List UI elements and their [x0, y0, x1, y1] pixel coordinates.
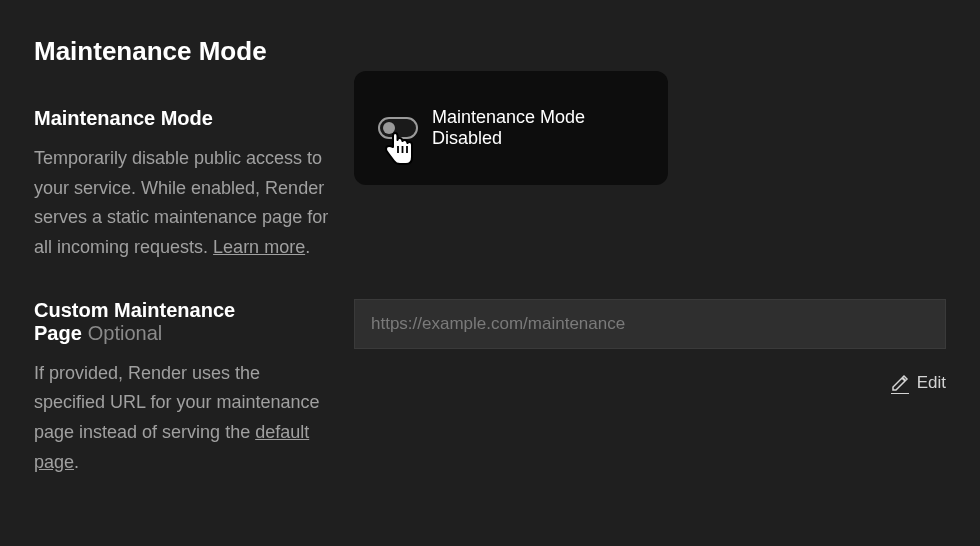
custom-page-description: If provided, Render uses the specified U…: [34, 359, 334, 478]
learn-more-link[interactable]: Learn more: [213, 237, 305, 257]
custom-page-url-input[interactable]: [354, 299, 946, 349]
maintenance-mode-info: Maintenance Mode Temporarily disable pub…: [34, 107, 334, 263]
page-title: Maintenance Mode: [34, 36, 946, 67]
maintenance-toggle-label: Maintenance Mode Disabled: [432, 107, 644, 149]
edit-button[interactable]: Edit: [891, 373, 946, 393]
maintenance-mode-description-suffix: .: [305, 237, 310, 257]
maintenance-mode-section: Maintenance Mode Temporarily disable pub…: [34, 107, 946, 263]
custom-page-control: Edit: [354, 299, 946, 393]
edit-row: Edit: [354, 373, 946, 393]
maintenance-toggle-switch[interactable]: [378, 117, 418, 139]
toggle-knob: [383, 122, 395, 134]
maintenance-toggle-card: Maintenance Mode Disabled: [354, 71, 668, 185]
custom-page-heading: Custom Maintenance PageOptional: [34, 299, 334, 345]
toggle-wrapper: [378, 117, 418, 139]
maintenance-mode-description: Temporarily disable public access to you…: [34, 144, 334, 263]
custom-page-info: Custom Maintenance PageOptional If provi…: [34, 299, 334, 478]
custom-page-section: Custom Maintenance PageOptional If provi…: [34, 299, 946, 478]
pencil-icon: [891, 374, 909, 392]
custom-page-description-suffix: .: [74, 452, 79, 472]
edit-button-label: Edit: [917, 373, 946, 393]
maintenance-mode-control: Maintenance Mode Disabled: [354, 107, 946, 185]
optional-badge: Optional: [88, 322, 163, 344]
maintenance-mode-heading: Maintenance Mode: [34, 107, 334, 130]
